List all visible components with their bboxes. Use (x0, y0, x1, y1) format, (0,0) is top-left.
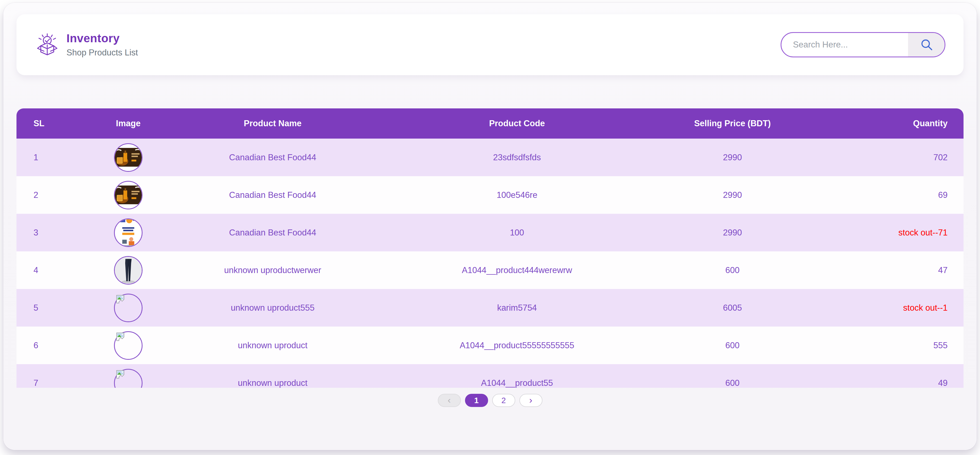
pagination-next-button[interactable]: › (519, 394, 542, 407)
quantity: 702 (803, 139, 964, 176)
products-table: SL Image Product Name Product Code Selli… (16, 108, 964, 388)
selling-price: 2990 (662, 139, 803, 176)
search-button[interactable] (908, 33, 945, 57)
page-title: Inventory (67, 32, 138, 45)
table-row: 2 Canadian Best Food44 100e546re 2990 69 (16, 176, 964, 214)
product-name: Canadian Best Food44 (173, 176, 372, 214)
product-image (114, 181, 143, 209)
chevron-right-icon: › (529, 395, 532, 404)
table-row: 3 Canadian Best Food44 100 2990 stock ou… (16, 214, 964, 251)
table-row: 4 unknown uproductwerwer A1044__product4… (16, 251, 964, 289)
product-code: 100e546re (372, 176, 662, 214)
search-input[interactable] (781, 33, 908, 57)
product-image-cell (83, 327, 173, 364)
page-subtitle: Shop Products List (67, 48, 138, 58)
product-image-cell (83, 176, 173, 214)
quantity: stock out--1 (803, 289, 964, 327)
row-sl: 6 (16, 327, 83, 364)
column-header-quantity: Quantity (803, 108, 964, 139)
column-header-name: Product Name (173, 108, 372, 139)
column-header-image: Image (83, 108, 173, 139)
quantity: stock out--71 (803, 214, 964, 251)
pagination-page-1[interactable]: 1 (465, 394, 488, 407)
product-name: Canadian Best Food44 (173, 214, 372, 251)
row-sl: 4 (16, 251, 83, 289)
product-code: A1044__product55555555555 (372, 327, 662, 364)
inventory-box-check-icon (36, 33, 59, 56)
search-icon (920, 38, 933, 52)
table-row: 5 unknown uproduct555 karim5754 6005 sto… (16, 289, 964, 327)
product-code: 100 (372, 214, 662, 251)
product-image (114, 293, 143, 322)
column-header-price: Selling Price (BDT) (662, 108, 803, 139)
pagination-page-2[interactable]: 2 (492, 394, 515, 407)
product-image-cell (83, 289, 173, 327)
product-image-cell (83, 364, 173, 388)
page-container: Inventory Shop Products List (3, 3, 977, 450)
chevron-left-icon: ‹ (448, 395, 451, 404)
search-bar (781, 32, 945, 57)
selling-price: 2990 (662, 176, 803, 214)
table-row: 1 Canadian Best Food44 23sdfsdfsfds 2990… (16, 139, 964, 176)
table-header-row: SL Image Product Name Product Code Selli… (16, 108, 964, 139)
header-title-group: Inventory Shop Products List (36, 32, 138, 58)
row-sl: 2 (16, 176, 83, 214)
column-header-code: Product Code (372, 108, 662, 139)
products-table-container: SL Image Product Name Product Code Selli… (16, 108, 964, 388)
product-image-cell (83, 139, 173, 176)
selling-price: 2990 (662, 214, 803, 251)
pagination-prev-button[interactable]: ‹ (438, 394, 461, 407)
product-image (114, 219, 143, 247)
product-name: Canadian Best Food44 (173, 139, 372, 176)
row-sl: 3 (16, 214, 83, 251)
quantity: 69 (803, 176, 964, 214)
table-row: 7 unknown uproduct A1044__product55 600 … (16, 364, 964, 388)
quantity: 47 (803, 251, 964, 289)
product-code: A1044__product55 (372, 364, 662, 388)
product-code: 23sdfsdfsfds (372, 139, 662, 176)
product-name: unknown uproduct (173, 364, 372, 388)
quantity: 49 (803, 364, 964, 388)
row-sl: 7 (16, 364, 83, 388)
product-name: unknown uproduct555 (173, 289, 372, 327)
quantity: 555 (803, 327, 964, 364)
product-image-cell (83, 251, 173, 289)
product-image (114, 143, 143, 172)
row-sl: 1 (16, 139, 83, 176)
product-image (114, 256, 143, 285)
selling-price: 6005 (662, 289, 803, 327)
product-name: unknown uproduct (173, 327, 372, 364)
product-code: A1044__product444werewrw (372, 251, 662, 289)
column-header-sl: SL (16, 108, 83, 139)
selling-price: 600 (662, 327, 803, 364)
product-image (114, 331, 143, 360)
product-code: karim5754 (372, 289, 662, 327)
row-sl: 5 (16, 289, 83, 327)
product-name: unknown uproductwerwer (173, 251, 372, 289)
product-image-cell (83, 214, 173, 251)
table-row: 6 unknown uproduct A1044__product5555555… (16, 327, 964, 364)
pagination: ‹ 1 2 › (3, 394, 977, 407)
page-header: Inventory Shop Products List (16, 14, 964, 75)
selling-price: 600 (662, 251, 803, 289)
product-image (114, 369, 143, 388)
selling-price: 600 (662, 364, 803, 388)
